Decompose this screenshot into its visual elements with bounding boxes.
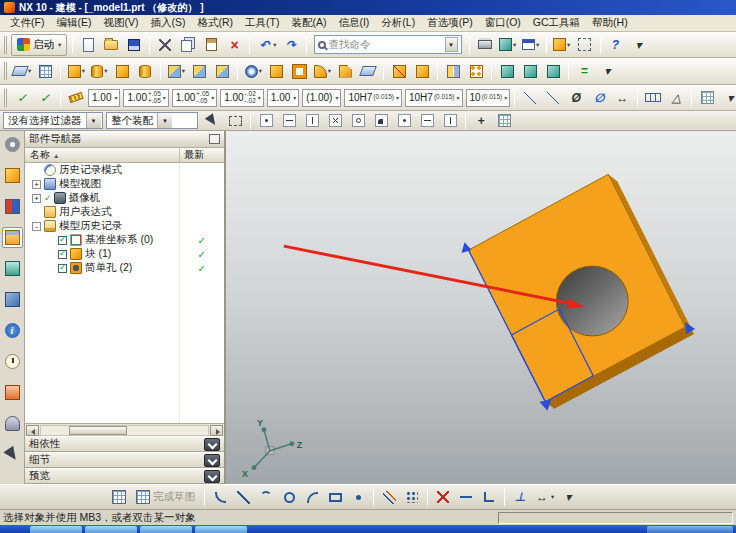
view-triad[interactable]: Y Z X	[242, 418, 303, 479]
revolve-button[interactable]: ▾	[88, 60, 110, 82]
delete-button[interactable]: ×	[223, 34, 245, 56]
feature-checkbox[interactable]	[58, 236, 67, 245]
chamfer-button[interactable]	[334, 60, 356, 82]
viewport-3d-canvas[interactable]: Y Z X	[226, 131, 736, 484]
menu-tools[interactable]: 工具(T)	[239, 15, 285, 31]
menu-analysis[interactable]: 分析(L)	[375, 15, 421, 31]
arc-button[interactable]	[255, 486, 277, 508]
symmetric-dimension-button[interactable]: ↔	[611, 87, 633, 109]
auto-constrain-button[interactable]: ✓	[34, 87, 56, 109]
command-finder[interactable]: 查找命令 ▾	[314, 35, 462, 54]
offset-curve-button[interactable]	[378, 486, 400, 508]
tree-item-cameras[interactable]: + ✓ 摄像机	[25, 191, 224, 205]
selection-menu-button[interactable]	[493, 110, 515, 132]
menu-help[interactable]: 帮助(H)	[586, 15, 634, 31]
chevron-down-icon[interactable]: ▾	[445, 37, 458, 52]
reuse-library-icon[interactable]	[2, 258, 23, 279]
subtract-button[interactable]	[188, 60, 210, 82]
chevron-down-icon[interactable]: ▾	[211, 94, 214, 101]
delete-face-button[interactable]	[519, 60, 541, 82]
tree-expander[interactable]: +	[32, 194, 41, 203]
geometric-constraints-button[interactable]: ⊥	[509, 486, 531, 508]
column-header-name[interactable]: 名称 ▲	[25, 148, 180, 162]
new-button[interactable]	[77, 34, 99, 56]
tree-item-model-history[interactable]: - 模型历史记录	[25, 219, 224, 233]
move-face-button[interactable]	[496, 60, 518, 82]
menu-preferences[interactable]: 首选项(P)	[421, 15, 479, 31]
grid-display-button[interactable]	[696, 87, 718, 109]
section-dependencies[interactable]: 相依性	[25, 436, 224, 452]
graphics-window[interactable]: Y Z X	[225, 131, 736, 484]
offset-face-button[interactable]	[542, 60, 564, 82]
toolbar-overflow-button[interactable]: ▾	[628, 34, 650, 56]
taskbar-item[interactable]	[85, 526, 137, 533]
frame-select-button[interactable]	[224, 110, 246, 132]
edge-blend-button[interactable]: ▾	[311, 60, 333, 82]
chevron-down-icon[interactable]: ▾	[293, 94, 296, 101]
dim-value-6[interactable]: (1.00) ▾	[302, 89, 341, 107]
chevron-down-icon[interactable]	[204, 470, 220, 483]
make-corner-button[interactable]	[478, 486, 500, 508]
section-details[interactable]: 细节	[25, 452, 224, 468]
process-studio-icon[interactable]	[2, 382, 23, 403]
chevron-down-icon[interactable]: ▾	[396, 94, 399, 101]
history-icon[interactable]	[2, 351, 23, 372]
rib-button[interactable]	[265, 60, 287, 82]
chevron-down-icon[interactable]	[204, 438, 220, 451]
taskbar-item[interactable]	[140, 526, 192, 533]
sketch-overflow-button[interactable]: ▾	[557, 486, 579, 508]
dim-value-8[interactable]: 10H7 (0.015) ▾	[405, 89, 463, 107]
hd3d-tools-icon[interactable]	[2, 289, 23, 310]
chevron-down-icon[interactable]: ▾	[157, 113, 172, 128]
display-constraints-button[interactable]: ✓	[11, 87, 33, 109]
menu-file[interactable]: 文件(F)	[4, 15, 50, 31]
menu-insert[interactable]: 插入(S)	[144, 15, 191, 31]
snap-mid-point-button[interactable]	[278, 110, 300, 132]
menu-assemblies[interactable]: 装配(A)	[285, 15, 332, 31]
tree-item-user-expressions[interactable]: 用户表达式	[25, 205, 224, 219]
extrude-button[interactable]: ▾	[65, 60, 87, 82]
toolbar-grip[interactable]	[4, 36, 8, 54]
chevron-down-icon[interactable]: ▾	[335, 94, 338, 101]
menu-information[interactable]: 信息(I)	[332, 15, 375, 31]
scroll-right-button[interactable]	[210, 425, 223, 436]
chevron-down-icon[interactable]: ▾	[457, 94, 460, 101]
copy-button[interactable]	[177, 34, 199, 56]
chevron-down-icon[interactable]: ▾	[114, 94, 117, 101]
finish-sketch-button[interactable]: 完成草图	[131, 486, 200, 508]
tree-item-block[interactable]: 块 (1) ✓	[25, 247, 224, 261]
constraint-navigator-icon[interactable]	[2, 196, 23, 217]
cylinder-button[interactable]	[134, 60, 156, 82]
dim-value-3[interactable]: 1.00 +.05-.05 ▾	[172, 89, 217, 107]
scrollbar-thumb[interactable]	[69, 426, 127, 435]
angle-ruler-button[interactable]	[65, 87, 87, 109]
chevron-down-icon[interactable]: ▾	[504, 94, 507, 101]
open-button[interactable]	[100, 34, 122, 56]
draft-button[interactable]	[357, 60, 379, 82]
block-button[interactable]	[111, 60, 133, 82]
snap-point-on-curve-button[interactable]	[416, 110, 438, 132]
orient-view-button[interactable]: ▾	[551, 34, 573, 56]
feature-overflow-button[interactable]: ▾	[596, 60, 618, 82]
sketch-task-icon[interactable]	[108, 486, 130, 508]
undo-button[interactable]: ↶ ▾	[254, 34, 278, 56]
print-button[interactable]	[474, 34, 496, 56]
tree-item-datum-csys[interactable]: 基准坐标系 (0) ✓	[25, 233, 224, 247]
dim-value-2[interactable]: 1.00 +.05+.05 ▾	[123, 89, 168, 107]
hole-callout-button[interactable]: ∅	[588, 87, 610, 109]
circle-button[interactable]	[278, 486, 300, 508]
fillet-button[interactable]	[301, 486, 323, 508]
menu-window[interactable]: 窗口(O)	[479, 15, 527, 31]
line-button[interactable]	[232, 486, 254, 508]
touch-select-button[interactable]	[201, 110, 223, 132]
selection-filter-dropdown[interactable]: 没有选择过滤器 ▾	[3, 112, 103, 129]
profile-button[interactable]	[209, 486, 231, 508]
part-navigator-icon[interactable]	[2, 227, 23, 248]
point-constructor-button[interactable]: +	[470, 110, 492, 132]
tree-item-history-mode[interactable]: 历史记录模式	[25, 163, 224, 177]
menu-edit[interactable]: 编辑(E)	[50, 15, 97, 31]
assembly-navigator-icon[interactable]	[2, 165, 23, 186]
snap-intersection-button[interactable]	[324, 110, 346, 132]
roles-icon[interactable]	[2, 413, 23, 434]
snap-quadrant-point-button[interactable]	[370, 110, 392, 132]
